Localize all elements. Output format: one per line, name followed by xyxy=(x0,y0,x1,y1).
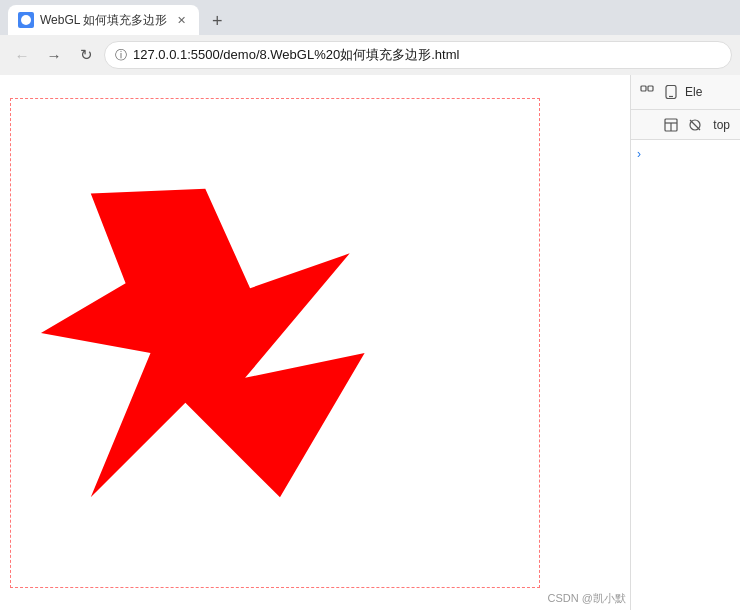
devtools-panel: Ele top › xyxy=(630,75,740,610)
elements-label[interactable]: Ele xyxy=(685,85,702,99)
devtools-body: › xyxy=(631,140,740,610)
mobile-icon[interactable] xyxy=(661,82,681,102)
tab-favicon xyxy=(18,12,34,28)
devtools-toolbar2: top xyxy=(631,110,740,140)
back-button[interactable]: ← xyxy=(8,41,36,69)
top-label[interactable]: top xyxy=(709,116,734,134)
tab-bar: WebGL 如何填充多边形 ✕ + xyxy=(0,0,740,35)
new-tab-button[interactable]: + xyxy=(203,7,231,35)
forward-button[interactable]: → xyxy=(40,41,68,69)
active-tab[interactable]: WebGL 如何填充多边形 ✕ xyxy=(8,5,199,35)
address-bar-row: ← → ↻ ⓘ 127.0.0.1:5500/demo/8.WebGL%20如何… xyxy=(0,35,740,75)
layout-icon[interactable] xyxy=(661,115,681,135)
devtools-toolbar: Ele xyxy=(631,75,740,110)
watermark: CSDN @凯小默 xyxy=(548,591,626,606)
cursor-icon[interactable] xyxy=(637,82,657,102)
svg-marker-0 xyxy=(41,188,365,497)
refresh-button[interactable]: ↻ xyxy=(72,41,100,69)
main-content: CSDN @凯小默 Ele xyxy=(0,75,740,610)
tab-title: WebGL 如何填充多边形 xyxy=(40,12,167,29)
block-icon[interactable] xyxy=(685,115,705,135)
expand-arrow[interactable]: › xyxy=(637,147,641,161)
tab-close-button[interactable]: ✕ xyxy=(173,12,189,28)
polygon-shape xyxy=(11,99,539,587)
webgl-canvas xyxy=(10,98,540,588)
webpage-area: CSDN @凯小默 xyxy=(0,75,630,610)
url-text: 127.0.0.1:5500/demo/8.WebGL%20如何填充多边形.ht… xyxy=(133,46,721,64)
svg-rect-2 xyxy=(648,86,653,91)
browser-window: WebGL 如何填充多边形 ✕ + ← → ↻ ⓘ 127.0.0.1:5500… xyxy=(0,0,740,610)
svg-rect-1 xyxy=(641,86,646,91)
address-bar[interactable]: ⓘ 127.0.0.1:5500/demo/8.WebGL%20如何填充多边形.… xyxy=(104,41,732,69)
lock-icon: ⓘ xyxy=(115,47,127,64)
